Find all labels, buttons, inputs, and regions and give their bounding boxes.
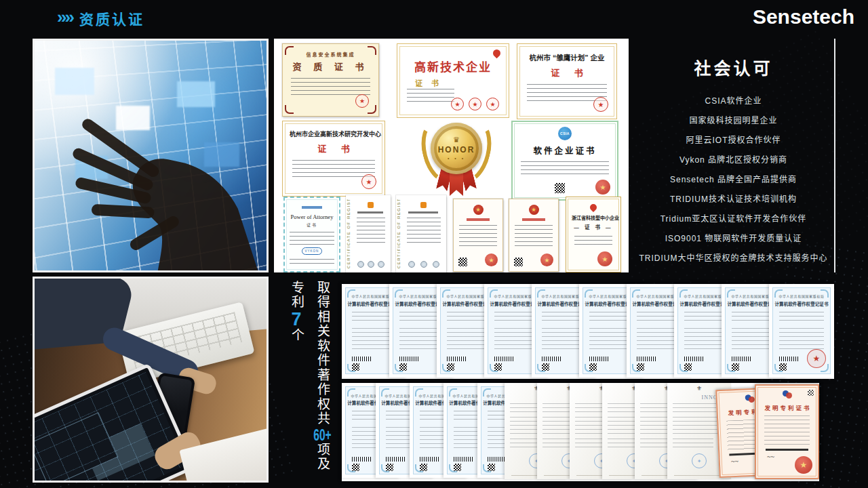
qr-code: [458, 258, 467, 266]
star-seal: ★: [469, 98, 481, 110]
innova-group: ⚜ INNOVA ✦ ⚜ INNOVA: [536, 383, 731, 479]
qr-code: [488, 464, 495, 471]
brand-bar: [302, 206, 322, 209]
cert-title: 软件企业证书: [521, 144, 609, 157]
photo-workspace: [33, 277, 269, 483]
qr-code: [447, 363, 454, 371]
cert-hightech-enterprise: 高新技术企业 证 书 ★ ★ ★: [397, 43, 509, 118]
photo-touch-wall: [33, 39, 269, 272]
qr-code: [454, 464, 461, 471]
barcode: [494, 357, 513, 361]
accreditation-logo: [357, 261, 364, 268]
cert-business-license: ★ ★: [453, 199, 503, 272]
qr-code: [494, 363, 502, 371]
accreditation-logo: [433, 261, 439, 268]
summary-text: 专利: [290, 281, 304, 310]
cnipa-logo-icon: [783, 390, 792, 399]
qr-code: [399, 363, 407, 371]
red-seal: ★: [595, 180, 610, 195]
cert-header: 信息安全系统集成: [291, 51, 370, 58]
patents-panel: 取得相关软件著作权共60+项及 专利7个 中华人民共和国国家版权局 计算机软件著…: [274, 277, 835, 483]
social-list: CSIA软件企业国家级科技园明星企业阿里云IOT授权合作伙伴Vykon 品牌北区…: [633, 94, 834, 263]
australian-crest-icon: ⚜: [696, 386, 702, 392]
certificate-of-registration-label: CERTIFICATE OF REGISTRATION: [347, 199, 351, 268]
barcode: [352, 357, 371, 361]
cert-title: 杭州市企业高新技术研究开发中心: [290, 129, 378, 138]
cert-eagle-plan: 杭州市 “雏鹰计划” 企业 证 书 ★: [517, 43, 617, 119]
cert-zhejiang-sme: 浙江省科技型中小企业 — 证 书 — ★: [566, 197, 621, 272]
qr-code: [352, 363, 359, 371]
copyright-strip-top: 中华人民共和国国家版权局 计算机软件著作权登记证书 ★ 中华人民共和国国家版权: [342, 284, 834, 379]
honor-medal: ♛ HONOR • • •: [427, 117, 486, 200]
social-item: Sensetech 品牌全国产品提供商: [633, 173, 834, 184]
cert-property-record: ★ ★: [509, 199, 559, 272]
qr-code: [542, 363, 549, 371]
cert-title: 计算机软件著作权登记证书: [775, 300, 829, 306]
cert-subtitle: 证 书: [524, 66, 610, 79]
barcode: [399, 357, 418, 361]
summary-text: 项及: [315, 443, 330, 472]
certificates-panel: 信息安全系统集成 资 质 证 书 ★ 高新技术企业 证 书 ★ ★ ★ 杭州市 …: [274, 39, 629, 272]
barcode: [637, 357, 656, 361]
accreditation-logo: [378, 261, 384, 268]
cert-subtitle: 证 书: [415, 77, 500, 88]
qr-code: [420, 464, 427, 471]
cert-iso-registration: CERTIFICATE OF REGISTRATION: [346, 195, 391, 272]
flame-logo-icon: [492, 48, 502, 59]
cert-power-of-attorney: Power of Attorney 证书 VYKON: [283, 197, 340, 272]
accreditation-logo: [408, 261, 415, 268]
red-seal: ★: [485, 253, 498, 266]
summary-text: 取得相关软件著作权共: [315, 281, 330, 426]
cert-subtitle: 证书: [290, 222, 334, 228]
blue-seal: ✦: [692, 453, 707, 468]
summary-text: 个: [290, 328, 304, 343]
cert-subtitle: — 证 书 —: [572, 223, 615, 230]
cert-subtitle: 证 书: [290, 142, 378, 155]
red-seal: ★: [355, 94, 369, 108]
certificate-of-registration-label: CERTIFICATE OF REGISTRATION: [397, 199, 401, 268]
cnipa-logo-icon: [745, 394, 755, 403]
cnas-logo-icon: [368, 202, 374, 208]
patent-summary-vertical-text: 取得相关软件著作权共60+项及 专利7个: [282, 281, 334, 484]
qr-code: [555, 183, 565, 193]
crown-icon: ♛: [453, 136, 460, 144]
issuer-line: 中华人民共和国国家版权局: [778, 294, 824, 299]
barcode: [386, 457, 405, 462]
cert-title: 资 质 证 书: [291, 60, 370, 73]
barcode: [447, 357, 466, 361]
copyright-strip-bottom: 中华人民共和国国家版权局 计算机软件著作权登记证书: [342, 383, 819, 481]
barcode: [589, 357, 608, 361]
red-seal: ★: [540, 253, 553, 266]
qr-code: [808, 390, 814, 396]
qr-code: [514, 258, 523, 266]
chevrons-icon: »»: [57, 8, 73, 26]
cert-title: 发明专利证书: [760, 403, 814, 411]
barcode: [454, 457, 473, 462]
cert-title: 高新技术企业: [406, 58, 500, 75]
social-item: CSIA软件企业: [633, 94, 834, 106]
cert-iso-registration: CERTIFICATE OF REGISTRATION: [396, 195, 446, 272]
red-seal: ★: [807, 349, 826, 368]
accreditation-logo: [368, 261, 374, 268]
star-seal: ★: [451, 98, 464, 110]
sensetech-logo: Sensetech: [753, 5, 854, 28]
barcode: [732, 357, 751, 361]
barcode: [542, 357, 561, 361]
qr-code: [589, 363, 597, 371]
barcode: [779, 357, 798, 361]
social-heading: 社会认可: [633, 55, 834, 79]
invention-patent-certificate: 发明专利证书 ~~ ★: [755, 384, 819, 479]
red-seal: ★: [597, 251, 612, 266]
patent-count: 7: [286, 310, 307, 328]
honor-label: HONOR: [438, 145, 475, 155]
cert-title: Power of Attorney: [290, 214, 334, 220]
slide-qualification-certification: »» 资质认证 Sensetech: [0, 0, 868, 488]
red-seal: ★: [795, 456, 812, 474]
national-emblem-icon: ★: [473, 205, 484, 215]
cert-security-qualification: 信息安全系统集成 资 质 证 书 ★: [282, 43, 379, 117]
qr-code: [352, 464, 359, 471]
hand-silhouette: [35, 41, 267, 270]
qr-code: [684, 363, 692, 371]
star-seal: ★: [361, 174, 376, 189]
cert-rnd-center: 杭州市企业高新技术研究开发中心 证 书 ★: [282, 121, 385, 197]
